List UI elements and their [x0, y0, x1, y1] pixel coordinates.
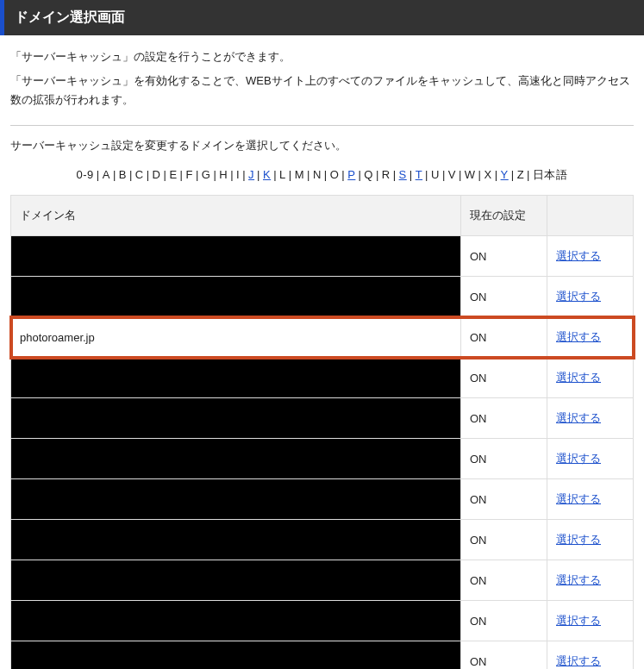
- select-link[interactable]: 選択する: [556, 492, 601, 505]
- cell-domain: [11, 358, 461, 398]
- alpha-nav-item-Z: Z: [517, 168, 524, 181]
- cell-status: ON: [461, 277, 547, 317]
- alpha-nav-item-P[interactable]: P: [347, 168, 355, 181]
- cell-status: ON: [461, 601, 547, 641]
- alpha-nav-separator: |: [144, 168, 153, 181]
- col-header-action: [547, 196, 634, 236]
- alpha-nav-separator: |: [373, 168, 382, 181]
- alpha-nav-item-S[interactable]: S: [399, 168, 407, 181]
- cell-domain: photoroamer.jp: [11, 317, 461, 358]
- col-header-status: 現在の設定: [461, 196, 547, 236]
- alpha-nav-item-K[interactable]: K: [263, 168, 271, 181]
- cell-domain: [11, 236, 461, 277]
- cell-domain: [11, 277, 461, 317]
- alpha-nav-item-W: W: [465, 168, 476, 181]
- alpha-nav-item-C: C: [135, 168, 144, 181]
- cell-status: ON: [461, 560, 547, 601]
- select-link[interactable]: 選択する: [556, 452, 601, 465]
- cell-domain: [11, 601, 461, 641]
- select-link[interactable]: 選択する: [556, 411, 601, 424]
- page-header: ドメイン選択画面: [0, 0, 644, 35]
- cell-action: 選択する: [547, 560, 634, 601]
- alpha-nav-item-O: O: [330, 168, 340, 181]
- alpha-nav-separator: |: [355, 168, 364, 181]
- cell-domain: [11, 641, 461, 669]
- select-link[interactable]: 選択する: [556, 573, 601, 586]
- select-link[interactable]: 選択する: [556, 330, 601, 343]
- cell-domain: [11, 479, 461, 520]
- alpha-nav-item-T[interactable]: T: [416, 168, 422, 181]
- alpha-nav-separator: |: [240, 168, 248, 181]
- alpha-index-nav: 0-9|A|B|C|D|E|F|G|H|I|J|K|L|M|N|O|P|Q|R|…: [10, 167, 634, 183]
- alpha-nav-separator: |: [524, 168, 533, 181]
- alpha-nav-item-H: H: [219, 168, 228, 181]
- alpha-nav-item-D: D: [153, 168, 161, 181]
- description-line-2: 「サーバーキャッシュ」を有効化することで、WEBサイト上のすべてのファイルをキャ…: [10, 72, 634, 109]
- alpha-nav-item-G: G: [202, 168, 211, 181]
- alpha-nav-separator: |: [178, 168, 186, 181]
- alpha-nav-item-X: X: [485, 168, 492, 181]
- select-link[interactable]: 選択する: [556, 533, 601, 546]
- cell-domain: [11, 398, 461, 439]
- alpha-nav-separator: |: [407, 168, 416, 181]
- alpha-nav-item-0-9: 0-9: [77, 168, 94, 181]
- table-row: ON選択する: [11, 236, 634, 277]
- alpha-nav-separator: |: [339, 168, 347, 181]
- alpha-nav-separator: |: [440, 168, 448, 181]
- cell-action: 選択する: [547, 358, 634, 398]
- cell-domain: [11, 520, 461, 560]
- cell-action: 選択する: [547, 317, 634, 358]
- alpha-nav-item-B: B: [119, 168, 127, 181]
- cell-action: 選択する: [547, 277, 634, 317]
- alpha-nav-item-Q: Q: [364, 168, 373, 181]
- alpha-nav-separator: |: [391, 168, 399, 181]
- alpha-nav-item-F: F: [185, 168, 192, 181]
- alpha-nav-item-V: V: [448, 168, 456, 181]
- select-link[interactable]: 選択する: [556, 614, 601, 627]
- alpha-nav-item-U: U: [431, 168, 440, 181]
- instruction-text: サーバーキャッシュ設定を変更するドメインを選択してください。: [10, 138, 634, 153]
- col-header-domain: ドメイン名: [11, 196, 461, 236]
- table-row: ON選択する: [11, 641, 634, 669]
- table-row: ON選択する: [11, 439, 634, 479]
- alpha-nav-item-A: A: [103, 168, 110, 181]
- table-row: photoroamer.jpON選択する: [11, 317, 634, 358]
- table-row: ON選択する: [11, 601, 634, 641]
- cell-action: 選択する: [547, 601, 634, 641]
- alpha-nav-separator: |: [456, 168, 465, 181]
- alpha-nav-item-N: N: [313, 168, 322, 181]
- alpha-nav-separator: |: [476, 168, 485, 181]
- alpha-nav-item-M: M: [295, 168, 304, 181]
- alpha-nav-item-E: E: [169, 168, 177, 181]
- select-link[interactable]: 選択する: [556, 249, 601, 262]
- cell-action: 選択する: [547, 439, 634, 479]
- alpha-nav-separator: |: [509, 168, 517, 181]
- alpha-nav-separator: |: [254, 168, 263, 181]
- cell-action: 選択する: [547, 520, 634, 560]
- domain-table: ドメイン名 現在の設定 ON選択するON選択するphotoroamer.jpON…: [10, 195, 634, 669]
- divider: [10, 125, 634, 126]
- alpha-nav-separator: |: [492, 168, 501, 181]
- table-row: ON選択する: [11, 560, 634, 601]
- select-link[interactable]: 選択する: [556, 290, 601, 303]
- select-link[interactable]: 選択する: [556, 371, 601, 384]
- cell-status: ON: [461, 236, 547, 277]
- cell-action: 選択する: [547, 236, 634, 277]
- alpha-nav-separator: |: [228, 168, 236, 181]
- alpha-nav-separator: |: [304, 168, 313, 181]
- alpha-nav-separator: |: [210, 168, 219, 181]
- select-link[interactable]: 選択する: [556, 654, 601, 667]
- alpha-nav-separator: |: [271, 168, 279, 181]
- table-row: ON選択する: [11, 479, 634, 520]
- alpha-nav-separator: |: [422, 168, 431, 181]
- cell-status: ON: [461, 479, 547, 520]
- description-block: 「サーバーキャッシュ」の設定を行うことができます。 「サーバーキャッシュ」を有効…: [10, 47, 634, 109]
- cell-status: ON: [461, 317, 547, 358]
- alpha-nav-separator: |: [161, 168, 170, 181]
- table-row: ON選択する: [11, 277, 634, 317]
- cell-action: 選択する: [547, 398, 634, 439]
- table-row: ON選択する: [11, 398, 634, 439]
- alpha-nav-item-日本語: 日本語: [533, 168, 568, 181]
- alpha-nav-item-Y[interactable]: Y: [501, 168, 509, 181]
- table-row: ON選択する: [11, 520, 634, 560]
